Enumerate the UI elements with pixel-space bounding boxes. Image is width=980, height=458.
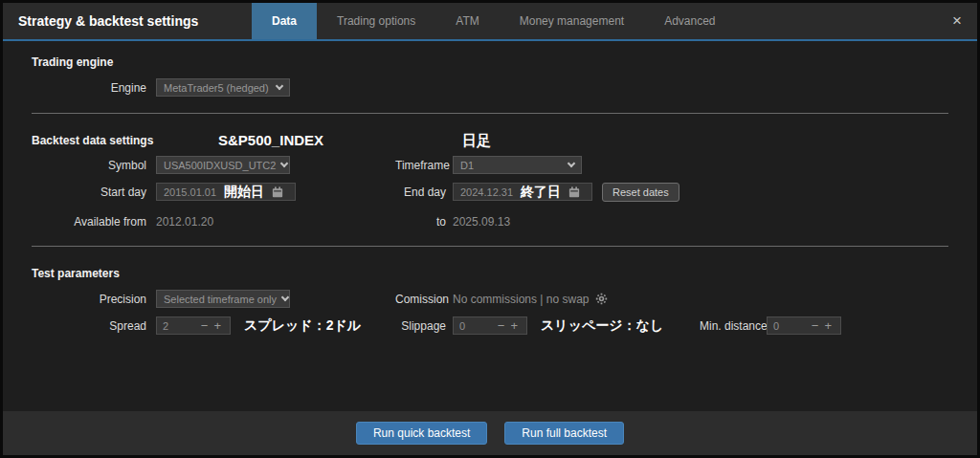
end-day-value: 2024.12.31: [460, 186, 513, 198]
chevron-down-icon: [568, 160, 575, 167]
chevron-down-icon: [280, 160, 288, 167]
calendar-icon[interactable]: [568, 186, 580, 198]
symbol-timeframe-row: Symbol USA500IDXUSD_UTC2 Timeframe D1: [3, 156, 977, 174]
timeframe-select[interactable]: D1: [453, 156, 582, 174]
minus-stepper[interactable]: −: [495, 317, 508, 334]
precision-select-value: Selected timeframe only: [164, 294, 277, 305]
start-day-label: Start day: [3, 185, 156, 199]
backtest-settings-dialog: Strategy & backtest settings Data Tradin…: [0, 0, 980, 458]
symbol-label: Symbol: [3, 159, 156, 172]
available-from-value: 2012.01.20: [156, 215, 213, 229]
dialog-title: Strategy & backtest settings: [3, 3, 252, 39]
gear-icon[interactable]: [595, 293, 608, 305]
tab-trading-options[interactable]: Trading options: [317, 3, 435, 39]
backtest-heading-row: Backtest data settings S&P500_INDEX 日足: [32, 134, 977, 149]
date-range-row: Start day 2015.01.01 開始日 End day 2024.12…: [3, 183, 977, 201]
test-parameters-heading: Test parameters: [32, 267, 977, 280]
timeframe-label: Timeframe: [395, 159, 453, 172]
section-divider: [32, 246, 948, 247]
end-day-input[interactable]: 2024.12.31 終了日: [453, 183, 592, 201]
trading-engine-heading: Trading engine: [32, 55, 977, 69]
reset-dates-button[interactable]: Reset dates: [602, 183, 679, 202]
symbol-select-value: USA500IDXUSD_UTC2: [164, 160, 276, 171]
plus-stepper[interactable]: +: [211, 317, 224, 334]
start-day-annotation: 開始日: [224, 184, 264, 201]
available-from-label: Available from: [3, 215, 156, 229]
min-distance-value: 0: [773, 320, 809, 332]
min-distance-input[interactable]: 0 − +: [767, 316, 841, 335]
slippage-value: 0: [459, 320, 495, 332]
section-divider: [32, 113, 948, 114]
precision-select[interactable]: Selected timeframe only: [156, 290, 290, 308]
slippage-input[interactable]: 0 − +: [453, 316, 527, 335]
backtest-data-heading: Backtest data settings: [32, 134, 153, 147]
dialog-content: Trading engine Engine MetaTrader5 (hedge…: [3, 41, 977, 411]
min-distance-label: Min. distance: [700, 319, 767, 333]
minus-stepper[interactable]: −: [198, 317, 212, 334]
start-day-value: 2015.01.01: [164, 186, 216, 198]
spread-input[interactable]: 2 − +: [156, 316, 231, 335]
calendar-icon[interactable]: [272, 186, 283, 198]
plus-stepper[interactable]: +: [821, 317, 835, 334]
start-day-input[interactable]: 2015.01.01 開始日: [156, 183, 296, 201]
slippage-label: Slippage: [395, 319, 453, 333]
precision-label: Precision: [3, 293, 156, 306]
slippage-annotation: スリッページ：なし: [541, 317, 663, 335]
run-quick-backtest-button[interactable]: Run quick backtest: [356, 422, 487, 445]
timeframe-annotation: 日足: [462, 132, 491, 150]
tab-advanced[interactable]: Advanced: [644, 3, 735, 39]
available-to-value: 2025.09.13: [453, 215, 510, 229]
precision-commission-row: Precision Selected timeframe only Comiss…: [3, 290, 977, 308]
tab-bar: Data Trading options ATM Money managemen…: [252, 3, 736, 39]
engine-select[interactable]: MetaTrader5 (hedged): [156, 78, 290, 97]
timeframe-select-value: D1: [460, 160, 474, 171]
tab-atm[interactable]: ATM: [435, 3, 499, 39]
spread-annotation: スプレッド：2ドル: [244, 317, 361, 335]
spread-label: Spread: [3, 319, 156, 333]
symbol-annotation: S&P500_INDEX: [218, 132, 323, 148]
commission-value: No commissions | no swap: [453, 293, 590, 306]
tab-money-management[interactable]: Money management: [500, 3, 644, 39]
tab-data[interactable]: Data: [252, 3, 317, 39]
engine-select-value: MetaTrader5 (hedged): [164, 82, 269, 94]
end-day-annotation: 終了日: [521, 184, 561, 201]
engine-row: Engine MetaTrader5 (hedged): [3, 78, 977, 97]
end-day-label: End day: [395, 185, 453, 199]
close-icon[interactable]: ×: [937, 3, 977, 39]
spread-slippage-row: Spread 2 − + スプレッド：2ドル Slippage 0 − + スリ…: [3, 316, 977, 335]
run-full-backtest-button[interactable]: Run full backtest: [504, 422, 624, 445]
spread-value: 2: [163, 320, 198, 332]
symbol-select[interactable]: USA500IDXUSD_UTC2: [156, 156, 290, 174]
dialog-footer: Run quick backtest Run full backtest: [3, 411, 977, 455]
available-to-label: to: [395, 215, 453, 229]
commission-label: Comission: [395, 293, 453, 306]
dialog-header: Strategy & backtest settings Data Tradin…: [3, 3, 977, 41]
engine-label: Engine: [3, 81, 156, 95]
plus-stepper[interactable]: +: [507, 317, 521, 334]
minus-stepper[interactable]: −: [809, 317, 822, 334]
chevron-down-icon: [276, 82, 283, 90]
available-range-row: Available from 2012.01.20 to 2025.09.13: [3, 212, 977, 230]
chevron-down-icon: [281, 294, 289, 301]
